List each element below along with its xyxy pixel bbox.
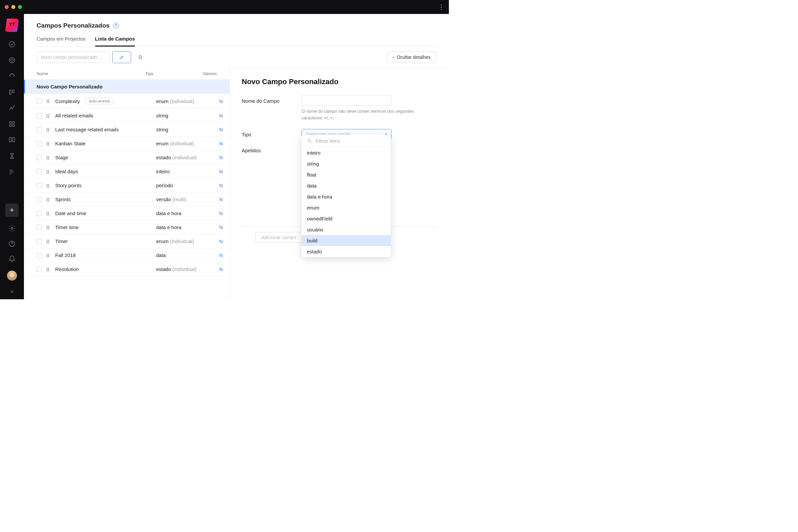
drag-handle-icon[interactable]: [46, 156, 51, 159]
reports-icon[interactable]: [8, 104, 16, 112]
gear-icon[interactable]: [8, 225, 16, 232]
aliases-label: Apelidos: [242, 145, 302, 153]
dropdown-item[interactable]: data: [302, 180, 391, 191]
row-checkbox[interactable]: [37, 267, 42, 272]
row-name-label: Fall 2018: [55, 252, 76, 258]
table-row[interactable]: Story points período N: [24, 178, 229, 192]
drag-handle-icon[interactable]: [46, 184, 51, 187]
tab-projects[interactable]: Campos em Projectos: [37, 36, 86, 46]
drag-handle-icon[interactable]: [46, 198, 51, 201]
drag-handle-icon[interactable]: [46, 254, 51, 257]
table-row[interactable]: Last message related emails string N: [24, 123, 229, 137]
row-name-label: Story points: [55, 183, 81, 188]
drag-handle-icon[interactable]: [46, 128, 51, 131]
row-checkbox[interactable]: [37, 169, 42, 174]
add-field-button[interactable]: Adicionar campo: [255, 232, 302, 243]
avatar[interactable]: [7, 271, 17, 281]
table-row[interactable]: Timer enum (individual) N: [24, 234, 229, 248]
apps-icon[interactable]: [8, 120, 16, 128]
row-checkbox[interactable]: [37, 211, 42, 216]
table-row[interactable]: Stage estado (individual) N: [24, 151, 229, 165]
row-checkbox[interactable]: [37, 197, 42, 202]
window-title-bar: ⋮: [0, 0, 449, 14]
dropdown-item[interactable]: string: [302, 158, 391, 169]
row-name-label: Timer time: [55, 225, 78, 230]
field-type-label: Tipo: [242, 129, 302, 140]
help-icon[interactable]: [8, 240, 16, 247]
svg-rect-4: [13, 90, 14, 93]
row-checkbox[interactable]: [37, 113, 42, 118]
hide-details-button[interactable]: › Ocultar detalhes: [387, 52, 436, 63]
page-help-icon[interactable]: ?: [113, 23, 119, 28]
svg-point-2: [11, 59, 13, 61]
table-row[interactable]: Ideal days inteiro N: [24, 165, 229, 178]
table-row[interactable]: All related emails string N: [24, 109, 229, 123]
row-name-label: Sprints: [55, 196, 71, 202]
row-name-label: Timer: [55, 239, 68, 244]
row-checkbox[interactable]: [37, 141, 42, 146]
row-values: N: [219, 141, 223, 146]
lifebuoy-icon[interactable]: [8, 57, 16, 64]
hourglass-icon[interactable]: [8, 152, 16, 159]
col-header-values: Valores: [203, 71, 217, 76]
dashboard-icon[interactable]: [8, 73, 16, 80]
dropdown-item[interactable]: ownedField: [302, 213, 391, 224]
details-title: Novo Campo Personalizado: [242, 77, 437, 86]
table-row[interactable]: Complexity auto-anexar enum (individual)…: [24, 94, 229, 109]
table-row[interactable]: Novo Campo Personalizado: [24, 80, 229, 94]
drag-handle-icon[interactable]: [46, 99, 51, 103]
drag-handle-icon[interactable]: [46, 142, 51, 145]
table-row[interactable]: Timer time data e hora N: [24, 221, 229, 234]
table-row[interactable]: Kanban State enum (individual) N: [24, 137, 229, 151]
maximize-window-button[interactable]: [18, 5, 22, 9]
dropdown-item[interactable]: enum: [302, 202, 391, 213]
bell-icon[interactable]: [8, 255, 16, 263]
app-logo[interactable]: YT: [5, 19, 19, 32]
dropdown-item[interactable]: usuário: [302, 224, 391, 235]
row-checkbox[interactable]: [37, 98, 42, 104]
board-icon[interactable]: [8, 89, 16, 96]
knowledge-base-icon[interactable]: [8, 136, 16, 144]
row-values: N: [219, 169, 223, 174]
dropdown-item[interactable]: estado: [302, 246, 391, 257]
gantt-icon[interactable]: [8, 168, 16, 175]
drag-handle-icon[interactable]: [46, 268, 51, 271]
table-row[interactable]: Fall 2018 data N: [24, 248, 229, 262]
minimize-window-button[interactable]: [11, 5, 15, 9]
row-checkbox[interactable]: [37, 239, 42, 244]
row-type: estado (individual): [156, 155, 219, 160]
create-button[interactable]: +: [5, 204, 19, 217]
check-circle-icon[interactable]: [8, 41, 16, 48]
table-row[interactable]: Sprints versão (multi) N: [24, 192, 229, 207]
drag-handle-icon[interactable]: [46, 114, 51, 117]
table-row[interactable]: Resolution estado (individual) N: [24, 262, 229, 276]
delete-button[interactable]: [134, 51, 147, 63]
drag-handle-icon[interactable]: [46, 212, 51, 215]
row-values: N: [219, 239, 223, 244]
table-row[interactable]: Date and time data e hora N: [24, 207, 229, 221]
new-field-name-input[interactable]: [37, 52, 110, 63]
drag-handle-icon[interactable]: [46, 226, 51, 229]
dropdown-filter-input[interactable]: [316, 138, 385, 144]
dropdown-item[interactable]: build: [302, 235, 391, 246]
row-checkbox[interactable]: [37, 253, 42, 258]
row-checkbox[interactable]: [37, 155, 42, 160]
dropdown-item[interactable]: float: [302, 169, 391, 180]
edit-button[interactable]: [112, 51, 131, 63]
row-checkbox[interactable]: [37, 127, 42, 132]
row-checkbox[interactable]: [37, 225, 42, 230]
svg-rect-5: [10, 122, 12, 124]
field-name-input[interactable]: [302, 95, 391, 106]
drag-handle-icon[interactable]: [46, 240, 51, 243]
tab-field-list[interactable]: Lista de Campos: [95, 36, 135, 46]
row-name-label: All related emails: [55, 113, 93, 118]
page-title: Campos Personalizados: [37, 22, 110, 29]
dropdown-item[interactable]: data e hora: [302, 191, 391, 202]
row-checkbox[interactable]: [37, 183, 42, 188]
close-window-button[interactable]: [5, 5, 8, 9]
drag-handle-icon[interactable]: [46, 170, 51, 173]
dropdown-item[interactable]: inteiro: [302, 147, 391, 158]
more-menu-icon[interactable]: ⋮: [438, 3, 444, 11]
collapse-sidebar-icon[interactable]: »: [11, 289, 14, 294]
row-tag: auto-anexar: [86, 98, 113, 104]
